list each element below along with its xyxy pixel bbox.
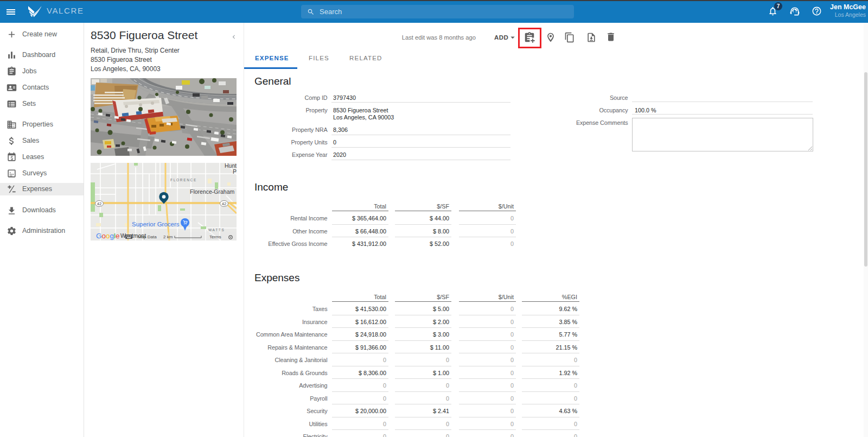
svg-text:2 km: 2 km bbox=[163, 235, 173, 239]
svg-text:FLORENCE: FLORENCE bbox=[170, 178, 197, 182]
svg-text:Google: Google bbox=[96, 232, 120, 240]
svg-text:42: 42 bbox=[222, 201, 226, 206]
svg-text:Florence-Graham: Florence-Graham bbox=[190, 188, 235, 195]
svg-text:Superior Grocers: Superior Grocers bbox=[132, 221, 180, 227]
svg-text:P: P bbox=[233, 168, 237, 175]
svg-text:Terms: Terms bbox=[209, 235, 221, 239]
svg-text:Map Data: Map Data bbox=[138, 235, 157, 239]
svg-text:42: 42 bbox=[97, 201, 101, 206]
